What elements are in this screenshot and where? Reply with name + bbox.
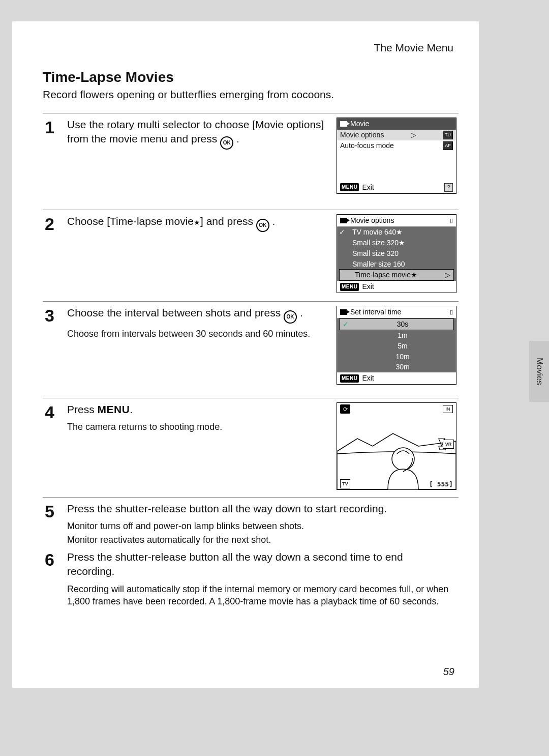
step-hint: The camera returns to shooting mode.	[67, 421, 326, 433]
shooting-scene-illustration	[337, 403, 456, 489]
ok-icon: OK	[220, 136, 233, 150]
option-smaller-160: Smaller size 160	[337, 259, 456, 270]
step-number: 4	[45, 402, 67, 492]
ok-icon: OK	[256, 219, 269, 232]
interval-30s-selected: ✓ 30s	[339, 318, 454, 330]
option-tv-movie-640: ✓ TV movie 640★	[337, 227, 456, 238]
step-screen: Set interval time ▯ ✓ 30s 1m 5m 10m 30m	[330, 306, 456, 393]
step-text-tail: .	[272, 215, 276, 227]
step-number: 1	[45, 118, 67, 205]
step-hint: Choose from intervals between 30 seconds…	[67, 328, 326, 340]
ok-icon: OK	[284, 310, 297, 324]
section-subtitle: Record flowers opening or butterflies em…	[43, 89, 459, 101]
menu-item-autofocus: Auto-focus mode AF	[337, 140, 456, 151]
option-small-320-star: Small size 320★	[337, 238, 456, 248]
interval-5m: 5m	[337, 341, 456, 352]
battery-icon: ▯	[450, 217, 453, 224]
step-1: 1 Use the rotary multi selector to choos…	[43, 113, 459, 210]
menu-item-label: Movie options	[340, 130, 384, 140]
frame-counter: [ 555]	[429, 480, 453, 488]
step-text: Press	[67, 403, 98, 415]
vr-icon: VR	[443, 440, 454, 449]
step-text: Use the rotary multi selector to choose …	[67, 119, 324, 144]
step-body: Use the rotary multi selector to choose …	[67, 118, 330, 205]
page-content: The Movie Menu Time-Lapse Movies Record …	[12, 21, 479, 688]
step-screen: Movie Movie options ▷ TU Auto-focus mode…	[330, 118, 456, 205]
interval-30m: 30m	[337, 362, 456, 372]
step-number: 3	[45, 306, 67, 393]
step-5: 5 Press the shutter-release button all t…	[43, 498, 459, 548]
lcd-footer: MENU Exit	[337, 372, 456, 384]
step-hint: Recording will automatically stop if the…	[67, 583, 452, 608]
step-text-tail: .	[300, 307, 303, 318]
movie-icon	[340, 309, 347, 315]
page-number: 59	[443, 666, 454, 678]
lcd-footer: MENU Exit	[337, 281, 456, 293]
lcd-movie-options: Movie options ▯ ✓ TV movie 640★ Small si…	[337, 214, 456, 293]
step-text-mid: ] and press	[200, 215, 256, 227]
step-text: Press the shutter-release button all the…	[67, 502, 452, 516]
step-text: Choose [Time-lapse movie	[67, 215, 194, 227]
step-screen: Movie options ▯ ✓ TV movie 640★ Small si…	[330, 214, 456, 296]
step-3: 3 Choose the interval between shots and …	[43, 302, 459, 398]
lcd-title: Set interval time	[350, 307, 401, 317]
step-body: Choose the interval between shots and pr…	[67, 306, 330, 393]
step-hint: Monitor turns off and power-on lamp blin…	[67, 520, 452, 532]
step-text: Press the shutter-release button all the…	[67, 550, 452, 579]
interval-1m: 1m	[337, 330, 456, 341]
chevron-right-icon: ▷	[445, 270, 450, 280]
exit-label: Exit	[362, 282, 374, 292]
steps-list: 1 Use the rotary multi selector to choos…	[43, 113, 459, 613]
exit-label: Exit	[362, 373, 374, 383]
battery-icon: ▯	[450, 308, 453, 316]
step-number: 6	[45, 550, 67, 607]
lcd-interval: Set interval time ▯ ✓ 30s 1m 5m 10m 30m	[337, 306, 456, 385]
option-time-lapse-selected: Time-lapse movie★ ▷	[339, 269, 454, 281]
header-section-title: The Movie Menu	[43, 42, 459, 54]
step-screen: ⟳ IN VR TV [ 555]	[330, 402, 456, 492]
side-tab-movies: Movies	[529, 341, 549, 402]
lcd-footer: MENU Exit ?	[337, 182, 456, 193]
option-small-320: Small size 320	[337, 248, 456, 259]
lcd-title: Movie	[350, 119, 369, 129]
help-icon: ?	[444, 183, 453, 192]
movie-icon	[340, 218, 347, 223]
menu-button-icon: MENU	[340, 183, 359, 191]
menu-button-icon: MENU	[340, 374, 359, 383]
tv-size-icon: TV	[340, 479, 350, 488]
step-body: Press MENU. The camera returns to shooti…	[67, 402, 330, 492]
step-text-tail: .	[130, 403, 133, 415]
step-4: 4 Press MENU. The camera returns to shoo…	[43, 398, 459, 498]
mode-icon: AF	[443, 141, 453, 150]
mode-icon: TU	[443, 131, 453, 139]
step-number: 2	[45, 214, 67, 296]
menu-word: MENU	[98, 403, 130, 415]
step-body: Press the shutter-release button all the…	[67, 502, 456, 546]
side-tab-label: Movies	[534, 358, 544, 385]
menu-item-label: Auto-focus mode	[340, 141, 394, 151]
lcd-movie-menu: Movie Movie options ▷ TU Auto-focus mode…	[337, 118, 456, 194]
step-text-tail: .	[236, 133, 239, 144]
star-icon: ★	[194, 218, 200, 226]
step-6: 6 Press the shutter-release button all t…	[43, 548, 459, 613]
chevron-right-icon: ▷	[411, 130, 416, 140]
step-body: Press the shutter-release button all the…	[67, 550, 456, 607]
page: The Movie Menu Time-Lapse Movies Record …	[0, 0, 549, 756]
timelapse-mode-icon: ⟳	[340, 404, 350, 414]
exit-label: Exit	[362, 183, 374, 192]
step-number: 5	[45, 502, 67, 546]
step-text: Choose the interval between shots and pr…	[67, 307, 284, 318]
menu-button-icon: MENU	[340, 283, 359, 291]
step-body: Choose [Time-lapse movie★] and press OK …	[67, 214, 330, 296]
step-hint: Monitor reactivates automatically for th…	[67, 534, 452, 546]
menu-item-movie-options: Movie options ▷ TU	[337, 130, 456, 140]
movie-icon	[340, 121, 347, 127]
lcd-shooting-preview: ⟳ IN VR TV [ 555]	[337, 402, 456, 490]
section-title: Time-Lapse Movies	[43, 69, 459, 85]
lcd-title: Movie options	[350, 216, 394, 225]
internal-memory-icon: IN	[443, 405, 453, 413]
step-2: 2 Choose [Time-lapse movie★] and press O…	[43, 210, 459, 302]
interval-10m: 10m	[337, 352, 456, 362]
